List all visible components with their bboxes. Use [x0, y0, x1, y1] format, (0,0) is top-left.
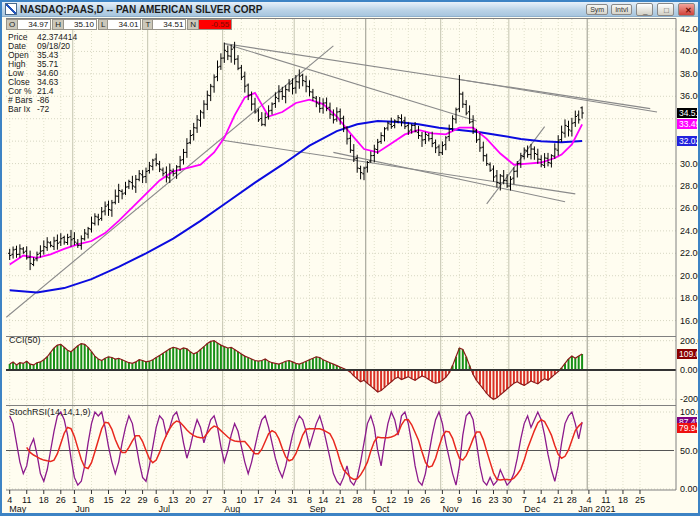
svg-text:28.00: 28.00: [680, 181, 698, 191]
grid: [6, 19, 676, 490]
svg-text:16: 16: [471, 495, 481, 505]
quote-strip: O 34.97 H 35.10 L 34.01 T 34.51 N -0.55: [6, 19, 233, 30]
title-bar[interactable]: NASDAQ:PAAS,D -- PAN AMERICAN SILVER COR…: [2, 2, 698, 17]
svg-text:Nov: Nov: [442, 504, 459, 513]
svg-text:28: 28: [352, 495, 362, 505]
svg-text:29: 29: [138, 495, 148, 505]
svg-text:15: 15: [103, 495, 113, 505]
svg-text:Oct: Oct: [375, 504, 390, 513]
interval-button[interactable]: Intvl: [611, 4, 632, 15]
svg-text:42.00: 42.00: [680, 24, 698, 34]
svg-text:24: 24: [270, 495, 280, 505]
svg-text:30.00: 30.00: [680, 159, 698, 169]
cci-panel-label: CCI(50): [9, 335, 41, 345]
app-icon: [5, 3, 17, 15]
svg-text:14: 14: [536, 495, 546, 505]
svg-text:36.00: 36.00: [680, 91, 698, 101]
ma-slow-line: [10, 121, 582, 293]
moving-averages: [10, 93, 582, 293]
svg-text:26.00: 26.00: [680, 203, 698, 213]
svg-text:25: 25: [635, 495, 645, 505]
quote-open-value: 34.97: [18, 19, 51, 30]
svg-text:100.00: 100.00: [680, 407, 698, 417]
close-button[interactable]: ✕: [678, 3, 695, 16]
quote-low-label: L: [98, 19, 108, 30]
svg-text:0.00: 0.00: [680, 484, 698, 494]
minimize-button[interactable]: _: [636, 3, 653, 16]
svg-text:Jun: Jun: [75, 504, 90, 513]
crosshair-info-panel: Price42.374414 Date09/18/20 Open35.43 Hi…: [8, 33, 77, 114]
svg-text:20: 20: [185, 495, 195, 505]
svg-text:21: 21: [553, 495, 563, 505]
quote-net-label: N: [187, 19, 199, 30]
svg-text:50.00: 50.00: [680, 446, 698, 456]
svg-text:14: 14: [318, 495, 328, 505]
stochrsi-lines: [6, 412, 676, 485]
svg-text:31: 31: [287, 495, 297, 505]
info-row: Bar Ix-72: [8, 105, 77, 114]
svg-text:38.00: 38.00: [680, 69, 698, 79]
maximize-button[interactable]: □: [657, 3, 674, 16]
svg-text:18.00: 18.00: [680, 293, 698, 303]
quote-high-label: H: [52, 19, 64, 30]
svg-text:11: 11: [601, 495, 610, 505]
x-axis-labels: 4May1118261Jun81522296Jul1320273Aug10172…: [7, 490, 645, 513]
svg-text:40.00: 40.00: [680, 46, 698, 56]
svg-text:18: 18: [618, 495, 628, 505]
stoch-d-flag: 79.94: [677, 423, 697, 433]
window-title: NASDAQ:PAAS,D -- PAN AMERICAN SILVER COR…: [20, 4, 262, 15]
svg-text:24.00: 24.00: [680, 226, 698, 236]
svg-text:0.00: 0.00: [680, 365, 698, 375]
quote-low-value: 34.01: [108, 19, 141, 30]
quote-open-label: O: [6, 19, 18, 30]
svg-text:13: 13: [168, 495, 178, 505]
svg-text:26: 26: [56, 495, 66, 505]
svg-text:9: 9: [457, 495, 462, 505]
svg-text:28: 28: [567, 495, 577, 505]
svg-text:30: 30: [502, 495, 512, 505]
quote-trade-label: T: [142, 19, 153, 30]
svg-text:May: May: [9, 504, 27, 513]
svg-text:12: 12: [386, 495, 396, 505]
stochrsi-panel-label: StochRSI(14,14,1,9): [9, 407, 91, 417]
svg-text:8: 8: [89, 495, 94, 505]
svg-text:22.00: 22.00: [680, 248, 698, 258]
svg-text:200.00: 200.00: [680, 336, 698, 346]
stoch-d-line: [27, 420, 582, 480]
svg-text:20.00: 20.00: [680, 271, 698, 281]
svg-text:Jan 2021: Jan 2021: [578, 504, 615, 513]
quote-high-value: 35.10: [64, 19, 97, 30]
svg-text:16.00: 16.00: [680, 316, 698, 326]
ma-fast-flag: 33.49: [677, 119, 697, 129]
quote-trade-value: 34.51: [153, 19, 186, 30]
svg-text:Dec: Dec: [524, 504, 541, 513]
svg-text:21: 21: [335, 495, 345, 505]
svg-text:26: 26: [420, 495, 430, 505]
app-window: NASDAQ:PAAS,D -- PAN AMERICAN SILVER COR…: [0, 0, 700, 516]
chart-region: 42.0040.0038.0036.0030.0028.0026.0024.00…: [2, 17, 698, 513]
cci-value-flag: 109.00: [677, 349, 697, 359]
last-price-flag: 34.51: [677, 108, 697, 118]
symbol-button[interactable]: Sym: [586, 4, 608, 15]
svg-text:11: 11: [22, 495, 31, 505]
svg-text:18: 18: [39, 495, 49, 505]
svg-text:-200.00: -200.00: [680, 394, 698, 404]
svg-text:Jul: Jul: [158, 504, 170, 513]
svg-text:Aug: Aug: [224, 504, 240, 513]
svg-text:Sep: Sep: [310, 504, 326, 513]
svg-text:27: 27: [202, 495, 212, 505]
svg-text:23: 23: [488, 495, 498, 505]
trendlines: [6, 44, 657, 318]
ma-slow-flag: 32.02: [677, 136, 697, 146]
chart-canvas[interactable]: 42.0040.0038.0036.0030.0028.0026.0024.00…: [2, 17, 698, 513]
svg-text:22: 22: [121, 495, 131, 505]
svg-text:17: 17: [253, 495, 263, 505]
quote-net-change-value: -0.55: [199, 19, 232, 30]
ma-fast-line: [10, 93, 582, 265]
svg-text:19: 19: [403, 495, 413, 505]
svg-text:10: 10: [236, 495, 246, 505]
